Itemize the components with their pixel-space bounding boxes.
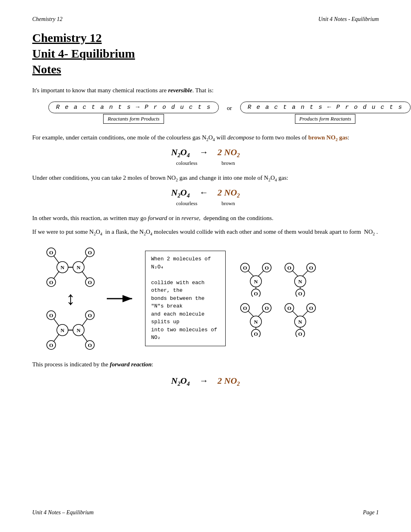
svg-text:O: O: [243, 305, 247, 311]
svg-text:O: O: [49, 249, 53, 256]
svg-text:O: O: [298, 291, 302, 297]
section4-text: If we were to put some N2O4 in a flask, …: [32, 227, 379, 238]
n2o4-top: N N O O O O: [44, 245, 97, 289]
no2-2: N O O O: [282, 260, 318, 297]
svg-line-24: [82, 318, 88, 326]
svg-text:O: O: [309, 265, 313, 271]
svg-text:N: N: [60, 264, 64, 270]
svg-text:O: O: [254, 331, 258, 337]
no2-top-row: N O O O N O: [238, 260, 318, 297]
svg-line-5: [53, 255, 59, 263]
svg-text:N: N: [60, 327, 64, 333]
page-header: Chemistry 12 Unit 4 Notes - Equilibrium: [32, 16, 379, 23]
svg-text:O: O: [298, 331, 302, 337]
page-footer: Unit 4 Notes – Equilibrium Page 1: [32, 509, 379, 516]
right-arrow-large: [105, 291, 137, 307]
equation1-labels: colourless brown: [32, 160, 379, 166]
no2-3: N O O O: [238, 301, 274, 337]
svg-text:O: O: [88, 249, 92, 256]
svg-line-25: [82, 335, 88, 342]
reversible-diagram: R e a c t a n t s → P r o d u c t s Reac…: [48, 102, 379, 124]
svg-text:O: O: [49, 279, 53, 285]
footer-left: Unit 4 Notes – Equilibrium: [32, 509, 93, 516]
forward-label: Reactants form Products: [103, 114, 164, 124]
svg-text:O: O: [265, 305, 269, 311]
reverse-reaction-box: R e a c t a n t s ← P r o d u c t s Prod…: [240, 102, 411, 124]
no2-bottom-row: N O O O N O O: [238, 301, 318, 337]
example-paragraph: For example, under certain conditions, o…: [32, 133, 379, 143]
left-molecules: N N O O O O ↕: [44, 245, 97, 352]
page: Chemistry 12 Unit 4 Notes - Equilibrium …: [0, 0, 411, 532]
svg-line-23: [53, 335, 59, 342]
svg-text:N: N: [254, 319, 258, 325]
svg-text:O: O: [287, 265, 291, 271]
header-right: Unit 4 Notes - Equilibrium: [318, 16, 379, 23]
reverse-oval: R e a c t a n t s ← P r o d u c t s: [240, 102, 411, 113]
svg-text:O: O: [287, 305, 291, 311]
svg-line-6: [53, 272, 59, 279]
svg-text:O: O: [88, 312, 92, 318]
equation2: N2O4 ← 2 NO2: [32, 187, 379, 199]
svg-text:O: O: [88, 279, 92, 285]
svg-text:O: O: [265, 265, 269, 271]
equation3: N2O4 → 2 NO2: [32, 376, 379, 387]
info-box: When 2 molecules of N₂O₄ collide with ea…: [145, 251, 226, 346]
svg-line-8: [82, 272, 88, 279]
svg-text:O: O: [88, 342, 92, 348]
or-text: or: [227, 102, 232, 112]
forward-reaction-box: R e a c t a n t s → P r o d u c t s Reac…: [48, 102, 219, 124]
footer-right: Page 1: [363, 509, 379, 516]
intro-text: It's important to know that many chemica…: [32, 86, 379, 95]
svg-text:N: N: [254, 278, 258, 285]
section2-text: Under other conditions, you can take 2 m…: [32, 173, 379, 184]
svg-line-22: [53, 318, 59, 326]
svg-text:N: N: [77, 327, 81, 333]
equation2-labels: colourless brown: [32, 200, 379, 207]
svg-text:O: O: [49, 342, 53, 348]
svg-text:N: N: [77, 264, 81, 270]
no2-4: N O O O: [282, 301, 318, 337]
svg-line-7: [82, 255, 88, 263]
svg-text:O: O: [309, 305, 313, 311]
right-molecules: N O O O N O: [238, 260, 318, 337]
forward-oval: R e a c t a n t s → P r o d u c t s: [48, 102, 219, 113]
no2-1: N O O O: [238, 260, 274, 297]
header-left: Chemistry 12: [32, 16, 62, 23]
svg-text:N: N: [298, 319, 302, 325]
equation1: N2O4 → 2 NO2: [32, 147, 379, 159]
molecule-diagram: N N O O O O ↕: [44, 245, 379, 352]
reverse-label: Products form Reactants: [295, 114, 356, 124]
svg-text:O: O: [243, 265, 247, 271]
svg-text:O: O: [49, 312, 53, 318]
section5-text: This process is indicated by the forward…: [32, 360, 379, 369]
main-title: Chemistry 12 Unit 4- Equilibrium Notes: [32, 30, 379, 77]
svg-text:N: N: [298, 278, 302, 285]
svg-text:O: O: [254, 291, 258, 297]
vertical-arrows: ↕: [66, 289, 75, 308]
section3-text: In other words, this reaction, as writte…: [32, 213, 379, 223]
n2o4-bottom: N N O O O O: [44, 308, 97, 352]
